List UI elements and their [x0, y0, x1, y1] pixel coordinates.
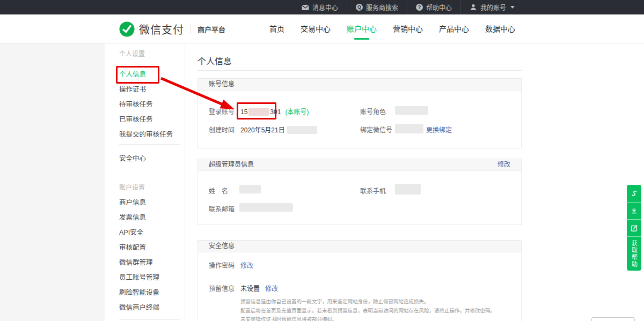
date-badge[interactable]: 2020年5月22日 [591, 317, 635, 321]
sidebar-item-reviewed-tasks[interactable]: 已审核任务 [119, 112, 185, 127]
sidebar-item-face-payment-devices[interactable]: 刷脸智能设备 [119, 285, 185, 300]
help-circle-icon: ? [416, 4, 423, 11]
account-info-section: 账号信息 登录账号 15301(本账号) 账号角色 创建时间 2020年5月21… [197, 78, 522, 148]
login-account-redacted [248, 108, 269, 116]
sidebar-item-personal-info[interactable]: 个人信息 [119, 67, 185, 82]
mail-icon [302, 4, 309, 11]
sidebar-item-security-center[interactable]: 安全中心 [119, 151, 185, 166]
admin-email-label: 联系邮箱 [209, 204, 235, 213]
brand-name: 微信支付 [139, 21, 184, 37]
chevron-down-icon [510, 6, 515, 9]
reserved-info-description: 预留信息是由你自己设置的一段文字，用来鉴定网站身份，防止假冒网站造成损失。 配置… [240, 297, 495, 321]
account-info-header: 账号信息 [198, 79, 521, 91]
edit-icon [630, 224, 638, 232]
topbar-items: 消息中心 Q 服务商搜索 ? 帮助中心 我的账号 [293, 0, 523, 14]
topbar-item-label: 帮助中心 [426, 3, 452, 12]
topbar-item-label: 我的账号 [480, 3, 506, 12]
created-time-text: 2020年5月21日 [240, 126, 285, 134]
sidebar-item-pending-review-tasks[interactable]: 待审核任务 [119, 97, 185, 112]
nav-data-center[interactable]: 数据中心 [477, 14, 523, 43]
sidebar-divider [119, 319, 180, 320]
nav-transaction-center[interactable]: 交易中心 [292, 14, 339, 43]
user-icon [470, 4, 477, 11]
super-admin-header: 超级管理员信息 修改 [198, 159, 521, 171]
title-divider [197, 70, 522, 71]
account-info-header-label: 账号信息 [209, 79, 235, 90]
sidebar-item-wechat-merchant-terminal[interactable]: 微信商户终端 [119, 300, 185, 315]
super-admin-header-label: 超级管理员信息 [209, 159, 254, 170]
floating-help-bar: 获取帮助 [627, 185, 641, 271]
topbar-item-message-center[interactable]: 消息中心 [293, 0, 347, 14]
sidebar-item-merchant-info[interactable]: 商户信息 [119, 195, 185, 210]
admin-name-label: 姓 名 [209, 186, 228, 195]
rebind-wechat-link[interactable]: 更换绑定 [426, 125, 452, 134]
admin-name-redacted [239, 185, 261, 193]
sidebar-item-staff-account-management[interactable]: 员工账号管理 [119, 270, 185, 285]
account-role-redacted [395, 106, 428, 115]
reserved-info-description-line3: 未安装操作证书时预留信息将被部分掩码。 [240, 315, 495, 321]
sidebar-item-invoice-info[interactable]: 发票信息 [119, 210, 185, 225]
security-info-header-label: 安全信息 [209, 241, 235, 252]
login-account-label: 登录账号 [209, 107, 235, 116]
brand[interactable]: 微信支付 商户平台 [119, 14, 225, 43]
admin-phone-redacted [395, 184, 421, 195]
sidebar-item-operation-certificate[interactable]: 操作证书 [119, 82, 185, 97]
nav-marketing-center[interactable]: 营销中心 [385, 14, 431, 43]
topbar-item-service-search[interactable]: Q 服务商搜索 [347, 0, 407, 14]
wechat-pay-logo-icon [119, 21, 135, 37]
page-title: 个人信息 [197, 54, 232, 67]
get-help-button[interactable]: 获取帮助 [627, 236, 641, 271]
topbar-item-label: 服务商搜索 [366, 3, 398, 12]
reserved-info-label: 预留信息 [209, 283, 235, 293]
feedback-button[interactable] [627, 219, 641, 236]
reserved-info-description-line2: 配置后将在首页及充值页面显示。若未看到预留信息，表明当前访问的网站存在风险，请终… [240, 307, 495, 316]
topbar: 消息中心 Q 服务商搜索 ? 帮助中心 我的账号 [0, 0, 644, 14]
account-role-label: 账号角色 [360, 107, 386, 116]
reserved-info-value: 未设置 [240, 283, 260, 293]
nav-account-center-label: 账户中心 [347, 25, 377, 33]
security-info-section: 安全信息 操作密码 修改 预留信息 未设置 修改 预留信息是由你自己设置的一段文… [197, 240, 522, 321]
sidebar-item-wechat-group-management[interactable]: 微信群管理 [119, 255, 185, 270]
operation-password-edit-link[interactable]: 修改 [240, 260, 253, 270]
reserved-info-description-line1: 预留信息是由你自己设置的一段文字，用来鉴定网站身份，防止假冒网站造成损失。 [240, 297, 495, 307]
topbar-item-label: 消息中心 [312, 3, 338, 12]
operation-password-label: 操作密码 [209, 260, 235, 270]
download-icon [630, 207, 638, 215]
site-header: 微信支付 商户平台 首页 交易中心 账户中心 营销中心 产品中心 数据中心 [0, 14, 644, 43]
main-nav: 首页 交易中心 账户中心 营销中心 产品中心 数据中心 [261, 14, 523, 43]
link-icon [630, 190, 638, 198]
nav-product-center[interactable]: 产品中心 [431, 14, 477, 43]
download-button[interactable] [627, 202, 641, 219]
search-circle-icon: Q [356, 4, 363, 11]
sidebar: 个人设置 个人信息 操作证书 待审核任务 已审核任务 我提交的审核任务 安全中心… [105, 43, 185, 321]
login-account-suffix: 301 [270, 108, 281, 116]
sidebar-item-review-config[interactable]: 审核配置 [119, 240, 185, 255]
super-admin-section: 超级管理员信息 修改 姓 名 联系手机 联系邮箱 [197, 159, 522, 225]
super-admin-edit-link[interactable]: 修改 [497, 159, 510, 170]
security-info-header: 安全信息 [198, 241, 521, 252]
nav-account-center[interactable]: 账户中心 [339, 14, 385, 43]
admin-email-redacted [239, 203, 293, 212]
current-account-tag: (本账号) [285, 108, 309, 116]
portal-name: 商户平台 [197, 24, 225, 34]
bound-wechat-label: 绑定微信号 [360, 125, 392, 134]
reserved-info-edit-link[interactable]: 修改 [265, 283, 278, 293]
main-content: 个人信息 账号信息 登录账号 15301(本账号) 账号角色 创建时间 2020… [197, 43, 522, 321]
left-gutter [0, 43, 105, 321]
admin-phone-label: 联系手机 [360, 186, 386, 195]
topbar-item-help-center[interactable]: ? 帮助中心 [407, 0, 460, 14]
sidebar-section-account-settings: 账户设置 [119, 180, 185, 195]
created-time-value: 2020年5月21日 [240, 125, 317, 134]
sidebar-item-my-submitted-tasks[interactable]: 我提交的审核任务 [119, 127, 185, 142]
sidebar-divider [119, 144, 180, 145]
sidebar-section-personal-settings: 个人设置 [119, 47, 185, 62]
active-nav-underline [354, 38, 369, 40]
link-button[interactable] [627, 185, 641, 202]
nav-home[interactable]: 首页 [261, 14, 292, 43]
brand-divider [191, 25, 191, 34]
sidebar-item-api-security[interactable]: API安全 [119, 225, 185, 240]
bound-wechat-redacted [395, 124, 423, 133]
topbar-item-my-account[interactable]: 我的账号 [460, 0, 523, 14]
login-account-value: 15301(本账号) [240, 107, 309, 116]
login-account-prefix: 15 [240, 108, 247, 116]
